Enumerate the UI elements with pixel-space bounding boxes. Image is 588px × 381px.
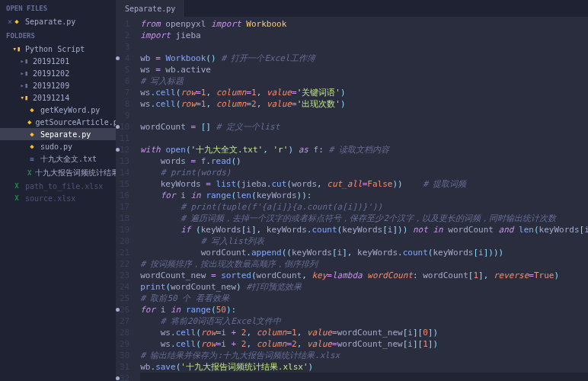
code-line[interactable]: import jieba — [140, 30, 588, 41]
code-line[interactable]: words = f.read() — [140, 155, 588, 167]
line-number: 32 — [120, 373, 129, 381]
line-number: 16 — [120, 190, 129, 201]
code-line[interactable]: wordCount = [] # 定义一个list — [140, 121, 588, 133]
item-label: 20191202 — [33, 69, 69, 78]
file-item[interactable]: X十九大报告词频统计结果.xlsx — [0, 166, 116, 180]
code-line[interactable]: # 将前20词语写入Excel文件中 — [140, 315, 588, 327]
code-line[interactable]: keyWords = list(jieba.cut(words, cut_all… — [140, 178, 588, 190]
code-line[interactable] — [140, 41, 588, 53]
file-item[interactable]: Xsource.xlsx — [0, 192, 116, 204]
py-icon: ◆ — [27, 117, 31, 126]
line-number: 28 — [120, 327, 129, 338]
code-line[interactable] — [140, 110, 588, 121]
code-line[interactable] — [140, 373, 588, 381]
code-line[interactable]: wordCount.append((keyWords[i], keyWords.… — [140, 247, 588, 258]
folder-open-icon: ▾ ▮ — [20, 93, 29, 102]
code-line[interactable]: # 写入list列表 — [140, 235, 588, 247]
py-icon: ◆ — [12, 17, 21, 26]
item-label: sudo.py — [40, 142, 72, 151]
item-label: getKeyWord.py — [40, 106, 100, 114]
file-item[interactable]: ◆getSourceArticle.py — [0, 116, 116, 128]
line-number: 17 — [120, 201, 129, 213]
code-line[interactable]: wb.save('十九大报告词频统计结果.xlsx') — [140, 361, 588, 373]
code-line[interactable]: wb = Workbook() # 打开一个Excel工作簿 — [140, 53, 588, 64]
editor[interactable]: 1234567891011121314151617181920212223242… — [116, 17, 588, 381]
code-line[interactable]: ws.cell(row=1, column=1, value='关键词语') — [140, 87, 588, 98]
line-number: 26 — [120, 304, 129, 315]
item-label: Separate.py — [40, 130, 91, 139]
folder-item[interactable]: ▸ ▮20191209 — [0, 79, 116, 91]
line-number: 14 — [120, 167, 129, 178]
folder-item[interactable]: ▾ ▮Python Script — [0, 43, 116, 55]
gutter-line-numbers: 1234567891011121314151617181920212223242… — [120, 17, 136, 381]
line-number: 5 — [120, 64, 129, 75]
open-files-header: OPEN FILES — [0, 0, 116, 15]
sidebar: OPEN FILES ×◆Separate.py FOLDERS ▾ ▮Pyth… — [0, 0, 116, 381]
file-item[interactable]: ◆sudo.py — [0, 140, 116, 152]
item-label: 十九大全文.txt — [40, 154, 97, 165]
code-area[interactable]: from openpyxl import Workbookimport jieb… — [136, 17, 588, 381]
code-line[interactable]: # print(tuple(f'{a[i]}{a.count(a[i])}')) — [140, 201, 588, 213]
line-number: 11 — [120, 133, 129, 144]
open-file-item[interactable]: ×◆Separate.py — [0, 15, 116, 27]
line-number: 15 — [120, 178, 129, 190]
code-line[interactable] — [140, 133, 588, 144]
folder-icon: ▸ ▮ — [20, 69, 29, 78]
code-line[interactable]: # 遍历词频，去掉一个汉字的或者标点符号，保存至少2个汉字，以及更长的词频，同时… — [140, 213, 588, 224]
folder-item[interactable]: ▾ ▮20191214 — [0, 91, 116, 104]
code-line[interactable]: for i in range(len(keyWords)): — [140, 190, 588, 201]
line-number: 21 — [120, 247, 129, 258]
line-number: 2 — [120, 30, 129, 41]
line-number: 29 — [120, 338, 129, 350]
folder-item[interactable]: ▸ ▮20191201 — [0, 55, 116, 67]
folders-header: FOLDERS — [0, 27, 116, 43]
line-number: 1 — [120, 18, 129, 30]
line-number: 10 — [120, 121, 129, 133]
line-number: 23 — [120, 270, 129, 281]
code-line[interactable]: # 取前50 个 看看效果 — [140, 293, 588, 304]
line-number: 9 — [120, 110, 129, 121]
line-number: 6 — [120, 75, 129, 87]
code-line[interactable]: ws = wb.active — [140, 64, 588, 75]
item-label: source.xlsx — [25, 194, 75, 203]
open-files-list: ×◆Separate.py — [0, 15, 116, 27]
item-label: 20191201 — [33, 57, 69, 66]
code-line[interactable]: wordCount_new = sorted(wordCount, key=la… — [140, 270, 588, 281]
code-line[interactable]: with open('十九大全文.txt', 'r') as f: # 读取文档… — [140, 144, 588, 155]
file-name: Separate.py — [25, 18, 75, 26]
line-number: 24 — [120, 281, 129, 293]
xlsx-icon: X — [12, 194, 21, 203]
line-number: 27 — [120, 315, 129, 327]
line-number: 25 — [120, 293, 129, 304]
code-line[interactable]: # 输出结果并保存为:十九大报告词频统计结果.xlsx — [140, 350, 588, 361]
item-label: path_to_file.xlsx — [25, 182, 103, 190]
code-line[interactable]: # print(words) — [140, 167, 588, 178]
code-line[interactable]: # 写入标题 — [140, 75, 588, 87]
file-item[interactable]: ≡十九大全文.txt — [0, 152, 116, 166]
item-label: getSourceArticle.py — [35, 118, 116, 126]
code-line[interactable]: ws.cell(row=1, column=2, value='出现次数') — [140, 98, 588, 110]
line-number: 22 — [120, 258, 129, 270]
code-line[interactable]: # 按词频排序，按出现次数最高顺序，倒序排列 — [140, 258, 588, 270]
line-number: 30 — [120, 350, 129, 361]
line-number: 19 — [120, 224, 129, 235]
code-line[interactable]: ws.cell(row=i + 2, column=1, value=wordC… — [140, 327, 588, 338]
code-line[interactable]: print(wordCount_new) #打印预览效果 — [140, 281, 588, 293]
code-line[interactable]: from openpyxl import Workbook — [140, 18, 588, 30]
file-item[interactable]: ◆Separate.py — [0, 128, 116, 140]
code-line[interactable]: if (keyWords[i], keyWords.count(keyWords… — [140, 224, 588, 235]
line-number: 18 — [120, 213, 129, 224]
xlsx-icon: X — [27, 168, 31, 178]
file-tab[interactable]: Separate.py — [116, 0, 185, 17]
txt-icon: ≡ — [27, 155, 37, 164]
file-item[interactable]: Xpath_to_file.xlsx — [0, 180, 116, 192]
py-icon: ◆ — [27, 142, 37, 151]
code-line[interactable]: for i in range(50): — [140, 304, 588, 315]
folder-item[interactable]: ▸ ▮20191202 — [0, 67, 116, 79]
code-line[interactable]: ws.cell(row=i + 2, column=2, value=wordC… — [140, 338, 588, 350]
xlsx-icon: X — [12, 181, 21, 190]
line-number: 7 — [120, 87, 129, 98]
file-item[interactable]: ◆getKeyWord.py — [0, 104, 116, 116]
main-area: Separate.py 1234567891011121314151617181… — [116, 0, 588, 381]
item-label: 20191209 — [33, 82, 69, 90]
